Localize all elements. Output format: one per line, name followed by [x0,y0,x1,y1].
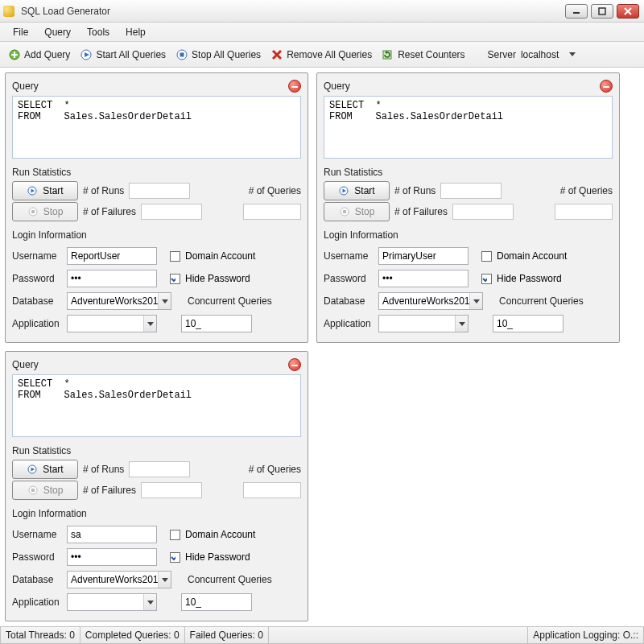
status-completed-queries: Completed Queries: 0 [80,627,185,644]
play-icon [27,185,38,196]
panel-title: Query [324,80,600,92]
domain-account-label: Domain Account [185,529,255,540]
play-icon [27,464,38,475]
sql-textarea[interactable]: SELECT * FROM Sales.SalesOrderDetail [324,96,613,159]
menu-tools[interactable]: Tools [79,24,118,40]
stop-all-button[interactable]: Stop All Queries [172,47,264,63]
svg-rect-22 [343,210,346,213]
minimize-button[interactable] [565,4,588,19]
add-query-button[interactable]: Add Query [5,47,73,63]
query-panel: Query SELECT * FROM Sales.SalesOrderDeta… [5,351,308,621]
domain-account-checkbox[interactable] [481,251,492,262]
maximize-button[interactable] [591,4,613,19]
remove-panel-button[interactable] [288,358,301,371]
username-input[interactable] [67,247,157,265]
run-statistics-label: Run Statistics [12,165,301,180]
start-all-button[interactable]: Start All Queries [76,47,169,63]
hide-password-label: Hide Password [185,551,250,563]
login-info-label: Login Information [324,228,613,242]
login-info-label: Login Information [12,228,301,242]
chevron-down-icon [143,594,156,610]
stop-button[interactable]: Stop [12,481,78,500]
password-input[interactable] [67,548,157,566]
hide-password-checkbox[interactable] [170,552,180,563]
remove-all-button[interactable]: Remove All Queries [267,47,375,63]
stop-icon [339,206,350,217]
password-label: Password [12,273,62,284]
server-input[interactable] [519,47,566,62]
start-button[interactable]: Start [324,181,390,200]
concurrent-queries-input[interactable]: 10_ [181,593,252,611]
num-failures-value [141,482,202,498]
database-combo[interactable]: AdventureWorks201 [378,292,483,310]
server-dropdown-icon[interactable] [569,52,577,56]
sql-textarea[interactable]: SELECT * FROM Sales.SalesOrderDetail [12,96,301,159]
application-label: Application [324,318,374,329]
status-total-threads: Total Threads: 0 [0,627,80,644]
svg-rect-1 [599,8,605,14]
stop-icon [27,485,39,496]
reset-counters-button[interactable]: Reset Counters [378,47,468,63]
num-runs-value [440,183,502,199]
concurrent-queries-label: Concurrent Queries [188,574,237,585]
menu-file[interactable]: File [5,24,36,40]
num-queries-value [555,204,613,220]
start-button[interactable]: Start [12,460,78,479]
stop-icon [175,48,188,61]
chevron-down-icon [143,316,156,332]
database-combo[interactable]: AdventureWorks201 [67,571,171,588]
start-button[interactable]: Start [12,181,78,200]
username-input[interactable] [378,247,469,265]
stop-icon [27,206,39,217]
num-runs-label: # of Runs [394,185,436,196]
num-queries-label: # of Queries [560,185,613,196]
login-info-label: Login Information [12,506,301,521]
menu-help[interactable]: Help [118,24,154,40]
num-runs-label: # of Runs [83,185,124,196]
play-icon [80,48,93,61]
database-label: Database [12,295,62,307]
application-combo[interactable] [67,593,157,611]
database-label: Database [12,574,62,585]
num-queries-label: # of Queries [249,185,301,196]
num-failures-value [452,204,514,220]
database-combo[interactable]: AdventureWorks201 [67,292,171,310]
stop-button[interactable]: Stop [324,202,390,221]
domain-account-checkbox[interactable] [170,530,180,540]
username-input[interactable] [67,526,157,543]
remove-panel-button[interactable] [600,80,613,93]
application-combo[interactable] [378,315,469,332]
menu-query[interactable]: Query [36,24,79,40]
concurrent-queries-input[interactable]: 10_ [493,315,564,332]
password-label: Password [324,273,374,284]
application-combo[interactable] [67,315,157,332]
num-queries-value [243,204,301,220]
panel-title: Query [12,80,288,92]
password-input[interactable] [67,270,157,287]
username-label: Username [324,250,374,262]
username-label: Username [12,250,62,262]
svg-rect-18 [31,210,35,213]
num-failures-label: # of Failures [83,485,136,496]
remove-panel-button[interactable] [288,80,301,93]
num-failures-label: # of Failures [83,206,136,217]
domain-account-checkbox[interactable] [170,251,180,262]
sql-textarea[interactable]: SELECT * FROM Sales.SalesOrderDetail [12,374,301,437]
svg-rect-26 [31,489,35,492]
hide-password-checkbox[interactable] [481,274,492,284]
password-input[interactable] [378,270,469,287]
close-button[interactable] [617,4,639,19]
domain-account-label: Domain Account [185,250,255,262]
hide-password-checkbox[interactable] [170,274,180,284]
chevron-down-icon [455,316,468,332]
status-app-logging: Application Logging: O.:: [528,627,644,644]
chevron-down-icon [158,293,171,309]
num-queries-label: # of Queries [249,464,301,475]
concurrent-queries-input[interactable]: 10_ [181,315,252,332]
stop-button[interactable]: Stop [12,202,78,221]
refresh-icon [382,48,394,61]
password-label: Password [12,551,62,563]
database-label: Database [324,295,374,307]
plus-icon [8,48,21,61]
num-runs-value [129,183,190,199]
